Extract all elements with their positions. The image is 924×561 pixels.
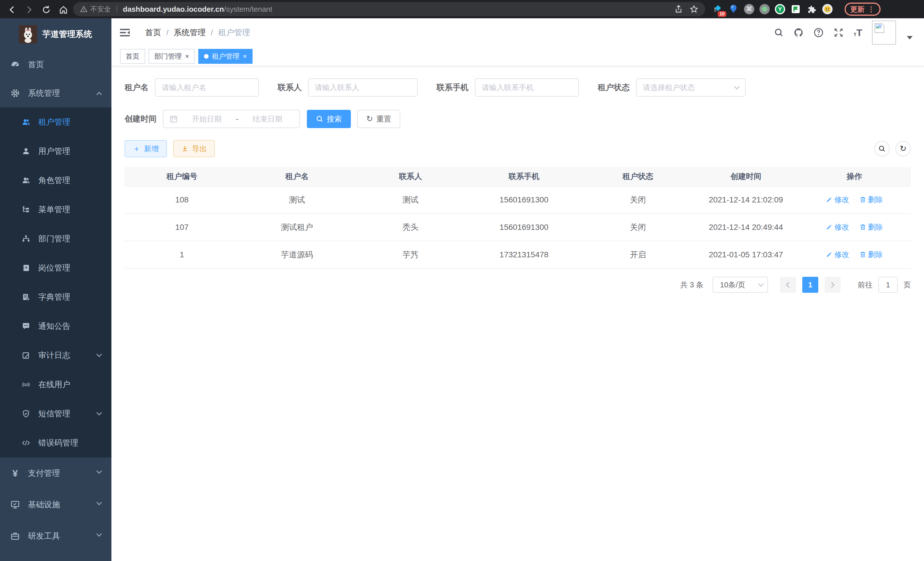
sidebar-item-post[interactable]: 岗位管理 xyxy=(0,253,111,283)
broken-image-icon xyxy=(874,23,885,33)
extension-y-icon[interactable]: Y xyxy=(775,4,785,14)
sidebar-item-home[interactable]: 首页 xyxy=(0,50,111,79)
browser-back-icon[interactable] xyxy=(3,0,21,18)
date-range-picker[interactable]: 开始日期 - 结束日期 xyxy=(163,110,300,128)
browser-home-icon[interactable] xyxy=(55,0,72,18)
app-title: 芋道管理系统 xyxy=(42,29,92,40)
status-select[interactable]: 请选择租户状态 xyxy=(636,78,746,97)
col-actions: 操作 xyxy=(798,171,911,182)
status-placeholder: 请选择租户状态 xyxy=(643,83,695,93)
sidebar-item-label: 错误码管理 xyxy=(38,438,78,448)
gear-icon xyxy=(10,88,20,98)
chevron-down-icon xyxy=(96,468,102,474)
sidebar-item-sms[interactable]: 短信管理 xyxy=(0,399,111,428)
extension-command-icon[interactable]: ⌘ xyxy=(744,4,754,14)
dictionary-icon xyxy=(22,293,30,301)
tab-close-icon[interactable]: × xyxy=(185,53,189,60)
tab-label: 租户管理 xyxy=(212,52,239,61)
refresh-table-button[interactable]: ↻ xyxy=(896,141,911,156)
tab-home[interactable]: 首页 xyxy=(120,49,145,64)
add-button[interactable]: ＋ 新增 xyxy=(124,140,167,157)
tab-dept[interactable]: 部门管理 × xyxy=(148,49,195,64)
tab-tenant[interactable]: 租户管理 × xyxy=(198,49,253,64)
export-button-label: 导出 xyxy=(192,144,207,154)
cell-status: 关闭 xyxy=(582,222,694,233)
sidebar-item-audit-log[interactable]: 审计日志 xyxy=(0,341,111,370)
bookmark-star-icon[interactable] xyxy=(690,5,698,14)
security-status[interactable]: 不安全 xyxy=(80,5,111,14)
goto-page-input[interactable] xyxy=(878,277,898,293)
export-button[interactable]: 导出 xyxy=(173,140,215,157)
toolbar-row: ＋ 新增 导出 ↻ xyxy=(124,140,911,157)
sidebar-item-tenant[interactable]: 租户管理 xyxy=(0,108,111,137)
avatar-dropdown-caret-icon[interactable] xyxy=(907,36,913,39)
edit-link[interactable]: 修改 xyxy=(826,222,849,232)
sidebar-item-infra[interactable]: 基础设施 xyxy=(0,489,111,520)
browser-update-button[interactable]: 更新 ⋮ xyxy=(844,3,880,16)
sidebar-logo[interactable]: 芋道管理系统 xyxy=(0,18,111,50)
share-icon[interactable] xyxy=(674,5,683,14)
delete-link[interactable]: 删除 xyxy=(860,195,883,205)
sidebar-item-notice[interactable]: 通知公告 xyxy=(0,312,111,341)
sidebar-item-label: 研发工具 xyxy=(28,531,60,541)
extension-puzzle-icon[interactable] xyxy=(806,4,817,15)
extension-balloon-icon[interactable] xyxy=(728,4,739,15)
show-search-toggle-button[interactable] xyxy=(874,141,890,156)
page-size-select[interactable]: 10条/页 xyxy=(712,277,768,293)
github-icon[interactable] xyxy=(794,27,804,38)
breadcrumb: 首页 / 系统管理 / 租户管理 xyxy=(145,27,250,38)
page-number-button[interactable]: 1 xyxy=(802,277,818,293)
table-row[interactable]: 108 测试 测试 15601691300 关闭 2021-12-14 21:0… xyxy=(124,186,911,214)
avatar[interactable] xyxy=(872,21,896,45)
shield-check-icon xyxy=(22,409,30,418)
delete-link[interactable]: 删除 xyxy=(860,222,883,232)
prev-page-button[interactable] xyxy=(780,277,796,293)
contact-input[interactable] xyxy=(315,83,411,92)
mobile-input[interactable] xyxy=(482,83,572,92)
sidebar-item-role[interactable]: 角色管理 xyxy=(0,166,111,195)
sidebar-item-devtools[interactable]: 研发工具 xyxy=(0,520,111,552)
breadcrumb-separator: / xyxy=(166,28,169,37)
table-row[interactable]: 107 测试租户 秃头 15601691300 关闭 2021-12-14 20… xyxy=(124,214,911,241)
chevron-down-icon xyxy=(96,351,102,357)
edit-link[interactable]: 修改 xyxy=(826,250,849,260)
reset-button[interactable]: ↻ 重置 xyxy=(357,110,400,128)
font-size-icon[interactable]: тT xyxy=(854,27,862,38)
tab-close-icon[interactable]: × xyxy=(243,53,247,60)
sidebar-item-dict[interactable]: 字典管理 xyxy=(0,283,111,312)
url-domain: dashboard.yudao.iocoder.cn xyxy=(123,5,224,14)
sidebar-item-user[interactable]: 用户管理 xyxy=(0,137,111,166)
delete-link[interactable]: 删除 xyxy=(860,250,883,260)
sidebar-item-errcode[interactable]: 错误码管理 xyxy=(0,428,111,457)
table-row[interactable]: 1 芋道源码 芋艿 17321315478 开启 2021-01-05 17:0… xyxy=(124,241,911,269)
header-search-icon[interactable] xyxy=(774,28,784,38)
extension-diamond-icon[interactable]: 10 xyxy=(712,4,723,15)
cell-actions: 修改 删除 xyxy=(798,222,911,233)
fullscreen-icon[interactable] xyxy=(833,27,844,38)
browser-reload-icon[interactable] xyxy=(38,0,55,18)
extension-avatar-emoji-icon[interactable] xyxy=(822,4,832,14)
chevron-up-icon xyxy=(96,92,102,98)
breadcrumb-home[interactable]: 首页 xyxy=(145,27,161,38)
search-button[interactable]: 搜索 xyxy=(307,110,351,128)
download-icon xyxy=(181,145,189,152)
extension-dot-icon[interactable] xyxy=(759,4,770,14)
logo-image xyxy=(19,25,37,44)
browser-forward-icon[interactable] xyxy=(21,0,38,18)
extension-badge: 10 xyxy=(718,11,726,17)
address-bar[interactable]: 不安全 dashboard.yudao.iocoder.cn /system/t… xyxy=(73,2,705,16)
breadcrumb-system[interactable]: 系统管理 xyxy=(174,27,206,38)
help-icon[interactable] xyxy=(813,27,824,38)
sidebar-item-online-users[interactable]: 在线用户 xyxy=(0,370,111,399)
sidebar-item-label: 菜单管理 xyxy=(38,204,70,215)
edit-link[interactable]: 修改 xyxy=(826,195,849,205)
sidebar-toggle-icon[interactable] xyxy=(111,28,130,38)
sidebar-item-menu[interactable]: 菜单管理 xyxy=(0,195,111,224)
sidebar-item-system[interactable]: 系统管理 xyxy=(0,79,111,108)
sidebar-item-pay[interactable]: ¥ 支付管理 xyxy=(0,457,111,489)
browser-menu-icon[interactable]: ⋮ xyxy=(867,5,875,14)
tenant-name-input[interactable] xyxy=(162,83,252,92)
next-page-button[interactable] xyxy=(825,277,841,293)
extension-flag-icon[interactable] xyxy=(790,4,801,15)
sidebar-item-dept[interactable]: 部门管理 xyxy=(0,224,111,253)
